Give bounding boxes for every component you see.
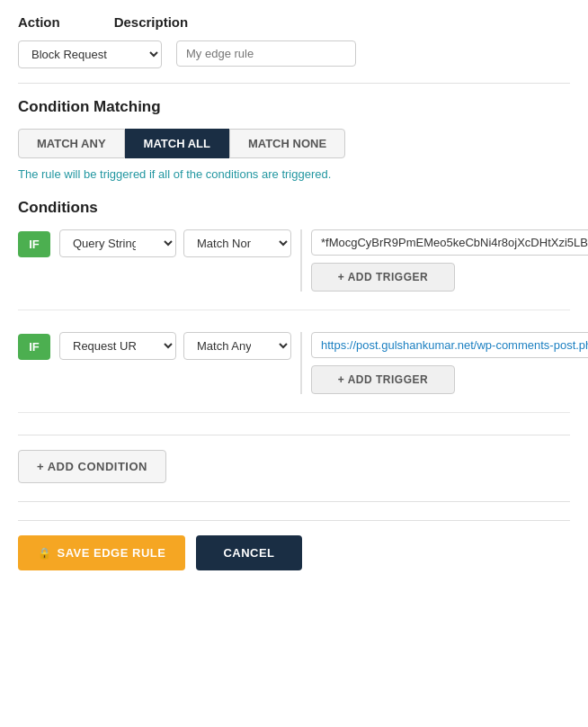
trigger-area-2: + ADD TRIGGER bbox=[311, 332, 588, 394]
lock-icon: 🔒 bbox=[38, 547, 52, 560]
add-condition-button[interactable]: + ADD CONDITION bbox=[18, 450, 166, 483]
condition-block-2: IF Query String Request URL Request Head… bbox=[18, 332, 570, 413]
match-info: The rule will be triggered if all of the… bbox=[18, 167, 570, 181]
description-input[interactable] bbox=[176, 40, 356, 67]
trigger-value-1[interactable] bbox=[311, 229, 588, 256]
if-badge-2: IF bbox=[18, 334, 50, 360]
save-label: SAVE EDGE RULE bbox=[58, 546, 166, 560]
match-none-button[interactable]: MATCH NONE bbox=[229, 129, 345, 158]
action-label: Action bbox=[18, 14, 60, 30]
save-edge-rule-button[interactable]: 🔒 SAVE EDGE RULE bbox=[18, 535, 185, 570]
add-trigger-button-1[interactable]: + ADD TRIGGER bbox=[311, 263, 455, 292]
condition-matching-title: Condition Matching bbox=[18, 98, 570, 116]
match-buttons: MATCH ANY MATCH ALL MATCH NONE bbox=[18, 129, 570, 158]
condition-match-select-2[interactable]: Match None Match Any Match All Does Not … bbox=[183, 332, 291, 360]
condition-type-select-2[interactable]: Query String Request URL Request Header … bbox=[59, 332, 176, 360]
match-any-button[interactable]: MATCH ANY bbox=[18, 129, 125, 158]
condition-match-select-1[interactable]: Match None Match Any Match All Does Not … bbox=[183, 229, 291, 257]
bottom-actions: 🔒 SAVE EDGE RULE CANCEL bbox=[18, 520, 570, 570]
match-all-button[interactable]: MATCH ALL bbox=[125, 129, 229, 158]
cancel-button[interactable]: CANCEL bbox=[196, 535, 301, 570]
trigger-area-1: + ADD TRIGGER bbox=[311, 229, 588, 292]
condition-type-select-1[interactable]: Query String Request URL Request Header … bbox=[59, 229, 176, 257]
conditions-title: Conditions bbox=[18, 199, 570, 217]
add-condition-section: + ADD CONDITION bbox=[18, 450, 570, 483]
if-badge-1: IF bbox=[18, 231, 50, 257]
condition-block-1: IF Query String Request URL Request Head… bbox=[18, 229, 570, 310]
add-trigger-button-2[interactable]: + ADD TRIGGER bbox=[311, 365, 455, 394]
action-select[interactable]: Block Request Allow Request Redirect Rew… bbox=[18, 40, 162, 68]
description-label: Description bbox=[114, 14, 189, 30]
trigger-value-2[interactable] bbox=[311, 332, 588, 358]
